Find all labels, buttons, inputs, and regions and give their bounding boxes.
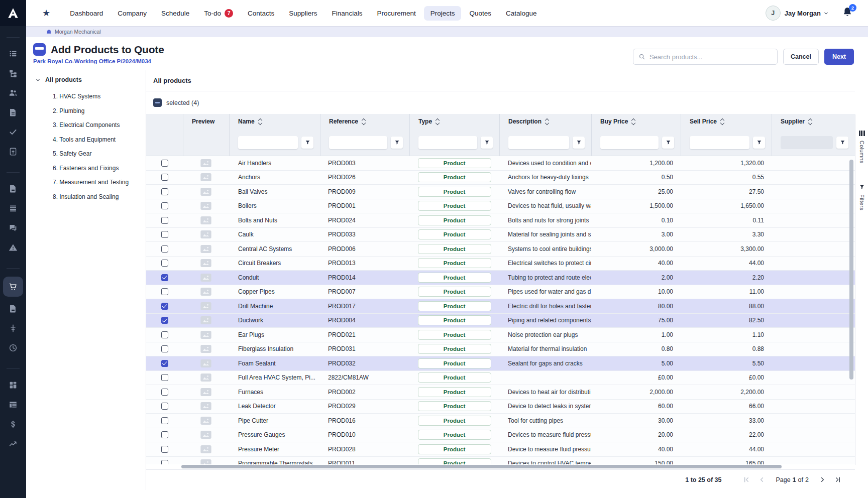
row-checkbox[interactable] <box>161 274 168 281</box>
table-row-conduit[interactable]: ConduitPROD014ProductTubing to protect a… <box>146 271 855 285</box>
row-checkbox[interactable] <box>161 374 168 381</box>
breadcrumb-company[interactable]: Morgan Mechanical <box>55 29 101 35</box>
column-header-description[interactable]: Description <box>499 114 591 129</box>
table-row-central-ac-systems[interactable]: Central AC SystemsPROD006ProductSystems … <box>146 242 855 257</box>
row-checkbox[interactable] <box>161 231 168 238</box>
filter-input-sell_price[interactable] <box>690 136 749 149</box>
users-icon[interactable] <box>3 83 23 102</box>
row-checkbox[interactable] <box>161 174 168 181</box>
document-icon[interactable] <box>3 102 23 122</box>
chat-icon[interactable] <box>3 218 23 237</box>
filter-input-buy_price[interactable] <box>600 136 659 149</box>
horizontal-scrollbar-thumb[interactable] <box>181 465 782 468</box>
row-checkbox[interactable] <box>161 345 168 352</box>
row-checkbox[interactable] <box>161 260 168 267</box>
sort-icon[interactable] <box>721 119 724 125</box>
table-row-fiberglass-insulation[interactable]: Fiberglass InsulationPROD031ProductMater… <box>146 342 855 357</box>
row-checkbox[interactable] <box>161 360 168 367</box>
filter-input-type[interactable] <box>418 136 477 149</box>
rows-icon[interactable] <box>3 198 23 218</box>
invoice-icon[interactable] <box>3 299 23 318</box>
table-row-full-area-hvac-system-pi[interactable]: Full Area HVAC System, Pi...2822/CM81AWP… <box>146 371 855 386</box>
row-checkbox[interactable] <box>161 303 168 310</box>
grid-icon[interactable] <box>3 375 23 395</box>
avatar[interactable]: J <box>766 6 781 21</box>
table-row-drill-machine[interactable]: Drill MachinePROD017ProductElectric dril… <box>146 299 855 314</box>
filter-funnel-button-type[interactable] <box>481 137 493 149</box>
sort-icon[interactable] <box>436 119 439 125</box>
table-row-leak-detector[interactable]: Leak DetectorPROD029ProductDevice to det… <box>146 400 855 414</box>
sort-icon[interactable] <box>546 119 549 125</box>
nav-item-company[interactable]: Company <box>111 6 153 21</box>
table-row-furnaces[interactable]: FurnacesPROD002ProductDevices to heat ai… <box>146 385 855 400</box>
search-input[interactable] <box>649 53 772 61</box>
app-logo[interactable] <box>0 0 26 26</box>
table-row-programmable-thermostats[interactable]: Programmable ThermostatsPROD011ProductDe… <box>146 457 855 465</box>
first-page-button[interactable] <box>742 476 750 483</box>
check-icon[interactable] <box>3 122 23 142</box>
nav-item-procurement[interactable]: Procurement <box>370 6 422 21</box>
nav-item-to-do[interactable]: To-do7 <box>197 6 240 21</box>
project-link[interactable]: Park Royal Co-Working Office P/2024/M034 <box>33 58 164 64</box>
columns-toggle[interactable]: Columns <box>859 131 865 164</box>
table-row-pressure-meter[interactable]: Pressure MeterPROD028ProductDevice to me… <box>146 442 855 457</box>
row-checkbox[interactable] <box>161 460 168 464</box>
row-checkbox[interactable] <box>161 417 168 424</box>
table-row-copper-pipes[interactable]: Copper PipesPROD007ProductPipes used for… <box>146 285 855 300</box>
indeterminate-checkbox[interactable] <box>153 98 162 107</box>
tree-item-1-hvac-systems[interactable]: 1. HVAC Systems <box>26 89 146 104</box>
tree-item-4-tools-and-equipment[interactable]: 4. Tools and Equipment <box>26 133 146 147</box>
sort-icon[interactable] <box>362 119 365 125</box>
table-row-anchors[interactable]: AnchorsPROD026ProductAnchors for heavy-d… <box>146 171 855 185</box>
next-page-button[interactable] <box>819 476 826 483</box>
table-row-ball-valves[interactable]: Ball ValvesPROD009ProductValves for cont… <box>146 185 855 199</box>
filter-funnel-button-reference[interactable] <box>391 137 403 149</box>
next-button[interactable]: Next <box>824 49 854 65</box>
tree-item-2-plumbing[interactable]: 2. Plumbing <box>26 104 146 118</box>
notifications-button[interactable]: 2 <box>842 7 854 20</box>
tree-item-6-fasteners-and-fixings[interactable]: 6. Fasteners and Fixings <box>26 161 146 176</box>
last-page-button[interactable] <box>834 476 842 483</box>
tree-root-all-products[interactable]: All products <box>26 70 146 83</box>
row-checkbox[interactable] <box>161 431 168 438</box>
row-checkbox[interactable] <box>161 188 168 195</box>
tree-item-5-safety-gear[interactable]: 5. Safety Gear <box>26 147 146 161</box>
nav-item-projects[interactable]: Projects <box>424 6 462 21</box>
tree-item-7-measurement-and-testing[interactable]: 7. Measurement and Testing <box>26 175 146 190</box>
table-row-foam-sealant[interactable]: Foam SealantPROD032ProductSealant for ga… <box>146 356 855 371</box>
filter-funnel-button-name[interactable] <box>301 137 313 149</box>
sort-icon[interactable] <box>259 119 262 125</box>
table-row-boilers[interactable]: BoilersPROD001ProductDevices to heat flu… <box>146 199 855 214</box>
row-checkbox[interactable] <box>161 202 168 209</box>
filter-funnel-button-buy_price[interactable] <box>662 137 674 149</box>
nav-item-quotes[interactable]: Quotes <box>463 6 498 21</box>
sort-icon[interactable] <box>632 119 635 125</box>
sort-icon[interactable] <box>809 119 812 125</box>
column-header-type[interactable]: Type <box>409 114 499 129</box>
column-header-reference[interactable]: Reference <box>320 114 409 129</box>
nav-item-dashboard[interactable]: Dashboard <box>63 6 110 21</box>
filter-funnel-button-sell_price[interactable] <box>753 137 765 149</box>
cart-icon[interactable] <box>3 277 23 297</box>
filters-toggle[interactable]: Filters <box>859 184 865 210</box>
row-checkbox[interactable] <box>161 217 168 224</box>
row-checkbox[interactable] <box>161 446 168 453</box>
nav-item-suppliers[interactable]: Suppliers <box>282 6 323 21</box>
hierarchy-icon[interactable] <box>3 63 23 83</box>
filter-funnel-button-supplier[interactable] <box>836 137 848 149</box>
nav-item-schedule[interactable]: Schedule <box>155 6 196 21</box>
column-header-name[interactable]: Name <box>229 114 320 129</box>
table-row-ear-plugs[interactable]: Ear PlugsPROD021ProductNoise protection … <box>146 328 855 342</box>
column-header-supplier[interactable]: Supplier <box>772 114 855 129</box>
filter-funnel-button-description[interactable] <box>573 137 585 149</box>
filter-input-reference[interactable] <box>329 136 387 149</box>
row-checkbox[interactable] <box>161 288 168 295</box>
list-icon[interactable] <box>3 44 23 63</box>
table-row-air-handlers[interactable]: Air HandlersPROD003ProductDevices used t… <box>146 156 855 171</box>
nav-item-financials[interactable]: Financials <box>325 6 369 21</box>
sliders-icon[interactable] <box>3 318 23 338</box>
trend-up-icon[interactable] <box>3 434 23 453</box>
table-row-bolts-and-nuts[interactable]: Bolts and NutsPROD024ProductBolts and nu… <box>146 213 855 228</box>
nav-item-contacts[interactable]: Contacts <box>241 6 281 21</box>
nav-item-catalogue[interactable]: Catalogue <box>499 6 544 21</box>
